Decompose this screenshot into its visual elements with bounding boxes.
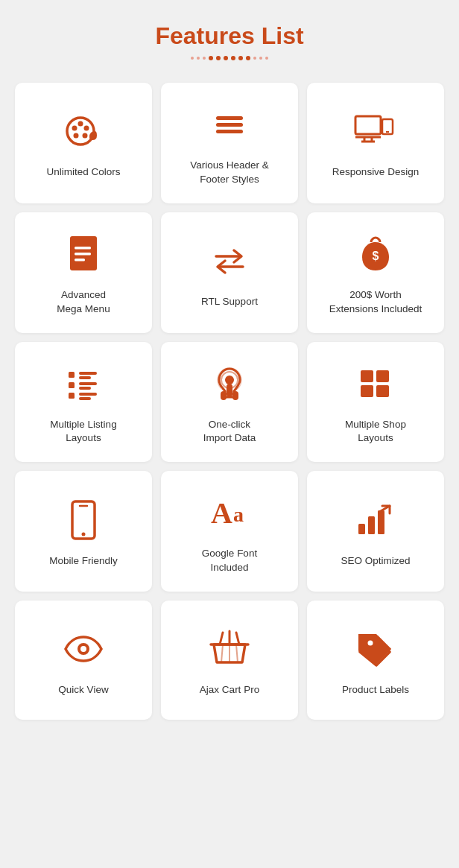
feature-label: Responsive Design — [332, 165, 419, 180]
feature-card-product-labels: Product Labels — [307, 601, 444, 720]
svg-point-32 — [225, 376, 234, 384]
feature-label: 200$ WorthExtensions Includedt — [329, 288, 422, 317]
svg-rect-18 — [75, 253, 91, 256]
svg-rect-28 — [79, 387, 91, 390]
basket-icon — [209, 628, 250, 670]
svg-rect-9 — [355, 116, 381, 134]
tag-icon — [355, 628, 396, 670]
arrows-lr-icon — [210, 240, 249, 282]
palette-icon — [64, 110, 103, 152]
svg-point-2 — [78, 121, 83, 127]
svg-rect-47 — [358, 524, 365, 534]
svg-rect-27 — [79, 382, 97, 385]
svg-point-1 — [72, 126, 77, 131]
svg-rect-17 — [75, 247, 91, 250]
feature-label: Unlimited Colors — [46, 165, 120, 180]
dot — [265, 57, 268, 60]
svg-line-59 — [236, 644, 238, 662]
feature-label: SEO Optimized — [341, 554, 410, 568]
list-layout-icon — [64, 363, 103, 405]
svg-rect-6 — [216, 116, 243, 120]
feature-label: Multiple ShopLayouts — [345, 418, 406, 446]
svg-rect-25 — [79, 376, 91, 379]
svg-point-52 — [80, 646, 86, 652]
feature-card-seo: SEO Optimized — [307, 471, 444, 592]
feature-card-responsive: Responsive Design — [307, 83, 444, 203]
svg-point-3 — [84, 126, 89, 131]
grid-blocks-icon — [356, 363, 395, 405]
feature-card-shop: Multiple ShopLayouts — [307, 342, 444, 463]
features-grid: Unlimited Colors Various Header &Footer … — [15, 83, 444, 720]
page-wrapper: Features List — [0, 0, 459, 750]
feature-label: Multiple ListingLayouts — [50, 418, 116, 446]
feature-label: RTL Support — [201, 295, 258, 309]
dot — [253, 57, 256, 60]
dot — [209, 56, 213, 60]
svg-rect-30 — [79, 393, 97, 396]
svg-text:A: A — [211, 496, 232, 530]
svg-rect-19 — [75, 259, 85, 262]
feature-card-import: One-clickImport Data — [161, 342, 298, 463]
svg-point-61 — [368, 640, 373, 645]
dot — [216, 56, 221, 60]
feature-label: Quick View — [58, 683, 108, 697]
mobile-icon — [69, 499, 98, 541]
svg-line-56 — [236, 633, 239, 644]
svg-rect-7 — [216, 123, 243, 127]
svg-point-4 — [83, 133, 88, 139]
dot — [197, 57, 200, 60]
page-header: Features List — [15, 22, 444, 60]
svg-rect-37 — [232, 391, 238, 400]
feature-card-header-footer: Various Header &Footer Styles — [161, 83, 298, 203]
money-bag-icon: $ — [358, 233, 393, 275]
dot — [191, 57, 194, 60]
document-icon — [66, 233, 101, 275]
dot — [224, 56, 228, 60]
feature-label: One-clickImport Data — [203, 418, 256, 446]
svg-rect-23 — [69, 372, 75, 378]
svg-point-5 — [74, 133, 79, 139]
svg-rect-35 — [227, 384, 232, 397]
feature-card-extensions: $ 200$ WorthExtensions Includedt — [307, 212, 444, 333]
svg-text:a: a — [233, 503, 244, 526]
svg-line-57 — [221, 644, 223, 662]
svg-rect-41 — [376, 385, 389, 397]
svg-rect-31 — [79, 397, 91, 400]
font-aa-icon: A a — [208, 492, 251, 533]
dot — [246, 56, 250, 60]
svg-rect-26 — [69, 382, 75, 388]
svg-point-44 — [82, 532, 86, 536]
feature-card-listing: Multiple ListingLayouts — [15, 342, 152, 463]
chart-up-icon — [355, 499, 396, 541]
header-dots — [15, 56, 444, 60]
svg-text:$: $ — [373, 250, 379, 262]
feature-card-rtl: RTL Support — [161, 212, 298, 333]
feature-card-ajax-cart: Ajax Cart Pro — [161, 601, 298, 720]
feature-label: Various Header &Footer Styles — [190, 159, 269, 187]
menu-lines-icon — [210, 104, 249, 145]
svg-rect-40 — [361, 385, 373, 397]
svg-rect-36 — [221, 391, 227, 400]
feature-label: AdvancedMega Menu — [57, 288, 110, 317]
dot — [203, 57, 206, 60]
touch-icon — [210, 363, 249, 405]
dot — [259, 57, 262, 60]
eye-icon — [63, 628, 104, 670]
responsive-icon — [354, 110, 397, 152]
svg-line-54 — [220, 633, 223, 644]
feature-card-quick-view: Quick View — [15, 601, 152, 720]
svg-rect-38 — [361, 370, 373, 382]
feature-card-font: A a Google FontIncluded — [161, 471, 298, 592]
feature-label: Ajax Cart Pro — [200, 683, 259, 697]
feature-card-mega-menu: AdvancedMega Menu — [15, 212, 152, 333]
dot — [231, 56, 235, 60]
svg-rect-24 — [79, 372, 97, 375]
feature-label: Google FontIncluded — [202, 547, 257, 575]
svg-rect-48 — [368, 516, 375, 534]
feature-card-unlimited-colors: Unlimited Colors — [15, 83, 152, 203]
feature-label: Mobile Friendly — [49, 554, 118, 568]
feature-card-mobile: Mobile Friendly — [15, 471, 152, 592]
feature-label: Product Labels — [342, 683, 409, 697]
svg-rect-39 — [376, 370, 389, 382]
page-title: Features List — [15, 22, 444, 50]
